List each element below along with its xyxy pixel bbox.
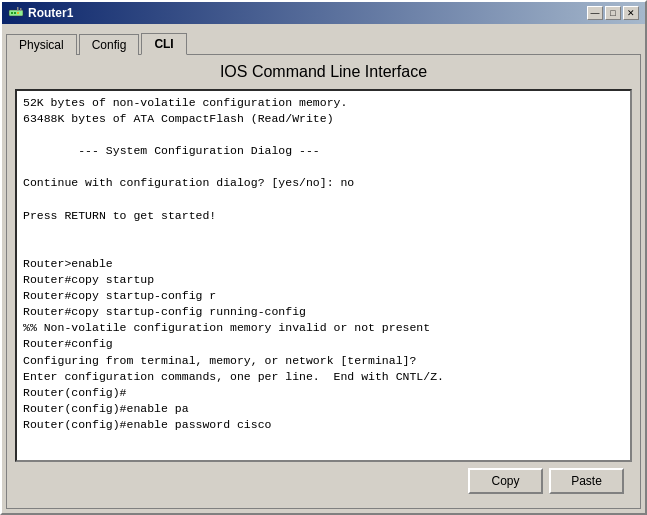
cli-title: IOS Command Line Interface <box>15 63 632 81</box>
svg-rect-4 <box>20 8 22 11</box>
svg-point-3 <box>17 12 19 14</box>
window-controls: — □ ✕ <box>587 6 639 20</box>
maximize-button[interactable]: □ <box>605 6 621 20</box>
main-window: Router1 — □ ✕ Physical Config CLI IOS Co… <box>0 0 647 515</box>
copy-button[interactable]: Copy <box>468 468 543 494</box>
svg-point-2 <box>14 12 16 14</box>
title-bar: Router1 — □ ✕ <box>2 2 645 24</box>
close-button[interactable]: ✕ <box>623 6 639 20</box>
svg-rect-5 <box>17 7 19 11</box>
minimize-button[interactable]: — <box>587 6 603 20</box>
tab-content-cli: IOS Command Line Interface 52K bytes of … <box>6 54 641 509</box>
tabs-bar: Physical Config CLI <box>2 24 645 54</box>
router-icon <box>8 5 24 21</box>
svg-point-1 <box>11 12 13 14</box>
paste-button[interactable]: Paste <box>549 468 624 494</box>
tab-physical[interactable]: Physical <box>6 34 77 55</box>
tab-cli[interactable]: CLI <box>141 33 186 55</box>
terminal-wrapper: 52K bytes of non-volatile configuration … <box>15 89 632 462</box>
terminal-output[interactable]: 52K bytes of non-volatile configuration … <box>15 89 632 462</box>
bottom-bar: Copy Paste <box>15 462 632 500</box>
window-title: Router1 <box>28 6 73 20</box>
tab-config[interactable]: Config <box>79 34 140 55</box>
